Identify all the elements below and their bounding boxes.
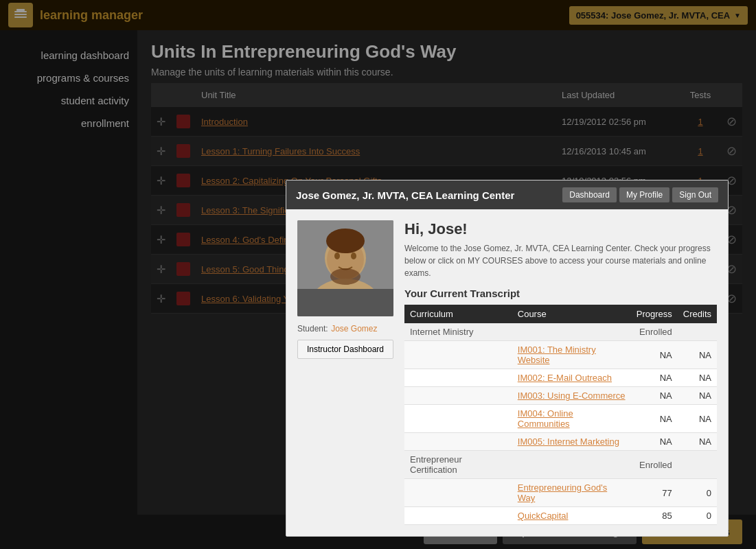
transcript-course-cell: IM004: Online Communities <box>512 405 631 433</box>
svg-point-12 <box>330 268 360 285</box>
svg-rect-8 <box>297 289 393 316</box>
transcript-credits-cell: 0 <box>678 507 717 525</box>
section-course <box>512 323 631 341</box>
popup-welcome-text: Welcome to the Jose Gomez, Jr. MVTA, CEA… <box>404 242 717 279</box>
popup-content: Hi, Jose! Welcome to the Jose Gomez, Jr.… <box>404 220 717 525</box>
instructor-dashboard-button[interactable]: Instructor Dashboard <box>297 340 393 359</box>
popup-body: Student: Jose Gomez Instructor Dashboard… <box>286 209 728 536</box>
popup-student-label: Student: Jose Gomez <box>297 322 393 334</box>
transcript-col-course: Course <box>512 305 631 323</box>
transcript-section-row: Entrepreneur Certification Enrolled <box>404 451 717 479</box>
popup-my-profile-button[interactable]: My Profile <box>619 187 669 202</box>
popup-dashboard-button[interactable]: Dashboard <box>562 187 617 202</box>
transcript-curriculum-cell <box>404 369 512 387</box>
transcript-progress-cell: NA <box>631 341 678 369</box>
transcript-course-cell: IM005: Internet Marketing <box>512 433 631 451</box>
user-popup: Jose Gomez, Jr. MVTA, CEA Learning Cente… <box>286 180 729 537</box>
transcript-course-link[interactable]: IM005: Internet Marketing <box>518 436 619 447</box>
transcript-progress-cell: 85 <box>631 507 678 525</box>
transcript-table: Curriculum Course Progress Credits Inter… <box>404 305 717 525</box>
popup-transcript-title: Your Current Transcript <box>404 288 717 299</box>
transcript-col-curriculum: Curriculum <box>404 305 512 323</box>
transcript-course-row: QuickCapital 85 0 <box>404 507 717 525</box>
transcript-progress-cell: NA <box>631 369 678 387</box>
transcript-course-link[interactable]: IM004: Online Communities <box>518 408 573 429</box>
popup-sign-out-button[interactable]: Sign Out <box>672 187 718 202</box>
section-name: Entrepreneur Certification <box>404 451 512 479</box>
section-status: Enrolled <box>631 323 678 341</box>
transcript-credits-cell: 0 <box>678 479 717 507</box>
transcript-progress-cell: NA <box>631 433 678 451</box>
transcript-progress-cell: 77 <box>631 479 678 507</box>
transcript-course-cell: IM003: Using E-Commerce <box>512 387 631 405</box>
transcript-progress-cell: NA <box>631 405 678 433</box>
transcript-course-link[interactable]: Entrepreneuring God's Way <box>518 482 607 503</box>
popup-greeting: Hi, Jose! <box>404 220 717 238</box>
section-status: Enrolled <box>631 451 678 479</box>
transcript-credits-cell: NA <box>678 433 717 451</box>
section-credits <box>678 323 717 341</box>
popup-header-title: Jose Gomez, Jr. MVTA, CEA Learning Cente… <box>296 189 514 201</box>
transcript-col-progress: Progress <box>631 305 678 323</box>
transcript-course-row: Entrepreneuring God's Way 77 0 <box>404 479 717 507</box>
transcript-course-cell: Entrepreneuring God's Way <box>512 479 631 507</box>
transcript-col-credits: Credits <box>678 305 717 323</box>
transcript-credits-cell: NA <box>678 341 717 369</box>
transcript-credits-cell: NA <box>678 405 717 433</box>
section-course <box>512 451 631 479</box>
transcript-curriculum-cell <box>404 387 512 405</box>
transcript-course-link[interactable]: IM003: Using E-Commerce <box>518 390 626 401</box>
transcript-course-row: IM003: Using E-Commerce NA NA <box>404 387 717 405</box>
transcript-course-row: IM005: Internet Marketing NA NA <box>404 433 717 451</box>
transcript-course-cell: IM002: E-Mail Outreach <box>512 369 631 387</box>
transcript-credits-cell: NA <box>678 369 717 387</box>
transcript-curriculum-cell <box>404 433 512 451</box>
student-name: Jose Gomez <box>331 324 377 334</box>
transcript-course-link[interactable]: IM001: The Ministry Website <box>518 344 596 365</box>
transcript-curriculum-cell <box>404 405 512 433</box>
student-label-text: Student: <box>297 324 328 334</box>
transcript-curriculum-cell <box>404 341 512 369</box>
svg-point-11 <box>326 229 365 253</box>
transcript-course-row: IM001: The Ministry Website NA NA <box>404 341 717 369</box>
section-credits <box>678 451 717 479</box>
transcript-course-link[interactable]: QuickCapital <box>518 511 569 521</box>
svg-point-9 <box>334 253 340 259</box>
transcript-credits-cell: NA <box>678 387 717 405</box>
transcript-curriculum-cell <box>404 479 512 507</box>
avatar <box>297 220 393 316</box>
transcript-curriculum-cell <box>404 507 512 525</box>
transcript-progress-cell: NA <box>631 387 678 405</box>
transcript-section-row: Internet Ministry Enrolled <box>404 323 717 341</box>
section-name: Internet Ministry <box>404 323 512 341</box>
popup-header: Jose Gomez, Jr. MVTA, CEA Learning Cente… <box>286 180 728 209</box>
transcript-course-cell: IM001: The Ministry Website <box>512 341 631 369</box>
popup-avatar-section: Student: Jose Gomez Instructor Dashboard <box>297 220 393 525</box>
svg-point-10 <box>351 253 356 259</box>
transcript-course-cell: QuickCapital <box>512 507 631 525</box>
transcript-course-link[interactable]: IM002: E-Mail Outreach <box>518 373 612 383</box>
transcript-course-row: IM002: E-Mail Outreach NA NA <box>404 369 717 387</box>
popup-header-buttons: Dashboard My Profile Sign Out <box>562 187 718 202</box>
transcript-course-row: IM004: Online Communities NA NA <box>404 405 717 433</box>
